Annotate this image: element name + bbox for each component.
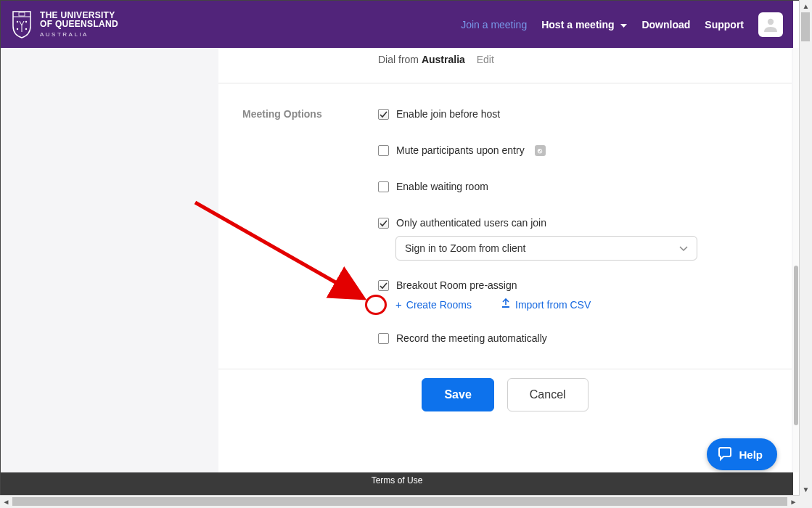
chat-icon — [717, 446, 733, 462]
avatar[interactable] — [758, 12, 783, 37]
uni-name-line2: OF QUEENSLAND — [40, 20, 118, 29]
auth-select-value: Sign in to Zoom from client — [405, 242, 526, 254]
crest-icon — [11, 10, 33, 39]
nav-host-label: Host a meeting — [541, 19, 614, 30]
svg-rect-6 — [502, 306, 509, 308]
scrollbar-thumb[interactable] — [794, 266, 798, 425]
svg-rect-0 — [19, 12, 25, 16]
scrollbar-corner — [800, 496, 812, 508]
person-icon — [762, 16, 779, 33]
section-divider-2 — [218, 369, 792, 369]
uq-logo[interactable]: THE UNIVERSITY OF QUEENSLAND AUSTRALIA — [11, 10, 118, 39]
help-button[interactable]: Help — [707, 438, 777, 470]
svg-point-5 — [768, 18, 774, 24]
app-header: THE UNIVERSITY OF QUEENSLAND AUSTRALIA J… — [1, 1, 793, 48]
nav-support[interactable]: Support — [705, 19, 744, 30]
footer-terms-link[interactable]: Terms of Use — [372, 475, 423, 486]
import-csv-label: Import from CSV — [515, 299, 591, 311]
section-heading: Meeting Options — [218, 108, 378, 369]
dial-edit-link[interactable]: Edit — [477, 54, 494, 65]
save-button[interactable]: Save — [422, 378, 493, 411]
label-breakout-preassign: Breakout Room pre-assign — [396, 279, 517, 291]
nav-join-meeting[interactable]: Join a meeting — [461, 19, 527, 30]
hscroll-thumb[interactable] — [12, 497, 787, 506]
dial-country: Australia — [422, 54, 465, 65]
label-join-before-host: Enable join before host — [396, 108, 500, 120]
label-waiting-room: Enable waiting room — [396, 181, 488, 192]
label-mute-on-entry: Mute participants upon entry — [396, 144, 525, 156]
checkbox-join-before-host[interactable] — [378, 109, 389, 120]
vscroll-thumb[interactable] — [801, 12, 810, 41]
checkbox-breakout-preassign[interactable] — [378, 280, 389, 291]
help-label: Help — [739, 448, 763, 461]
checkbox-mute-on-entry[interactable] — [378, 145, 389, 156]
svg-point-1 — [17, 20, 18, 22]
scroll-right-icon[interactable]: ► — [787, 496, 800, 508]
create-rooms-label: Create Rooms — [406, 299, 472, 311]
caret-down-icon — [620, 19, 627, 30]
sidebar-placeholder — [1, 48, 218, 472]
chevron-down-icon — [679, 242, 688, 254]
uni-name-line3: AUSTRALIA — [40, 32, 118, 38]
svg-point-4 — [25, 28, 27, 29]
scroll-up-icon[interactable]: ▲ — [800, 0, 812, 12]
window-vscrollbar[interactable]: ▲ ▼ — [799, 0, 812, 496]
checkbox-auth-users[interactable] — [378, 218, 389, 229]
label-auth-users: Only authenticated users can join — [396, 217, 546, 229]
info-icon[interactable]: ⎋ — [535, 145, 546, 156]
cancel-button[interactable]: Cancel — [507, 378, 589, 411]
scroll-left-icon[interactable]: ◄ — [0, 496, 12, 508]
content-scrollbar[interactable] — [793, 48, 799, 472]
footer: Terms of Use — [1, 472, 793, 495]
nav-host-meeting[interactable]: Host a meeting — [541, 19, 627, 30]
dial-from-row: Dial from Australia Edit — [218, 48, 792, 83]
create-rooms-link[interactable]: + Create Rooms — [395, 298, 472, 311]
label-record-auto: Record the meeting automatically — [396, 332, 547, 344]
upload-icon — [501, 298, 511, 311]
plus-icon: + — [395, 298, 402, 311]
dial-prefix: Dial from — [378, 54, 419, 65]
svg-point-2 — [25, 20, 27, 22]
svg-point-3 — [17, 28, 18, 29]
checkbox-waiting-room[interactable] — [378, 181, 389, 192]
auth-method-select[interactable]: Sign in to Zoom from client — [395, 236, 697, 261]
import-csv-link[interactable]: Import from CSV — [501, 298, 591, 311]
checkbox-record-auto[interactable] — [378, 333, 389, 344]
nav-download[interactable]: Download — [641, 19, 690, 30]
window-hscrollbar[interactable]: ◄ ► — [0, 495, 800, 508]
settings-panel: Dial from Australia Edit Meeting Options… — [218, 48, 792, 472]
scroll-down-icon[interactable]: ▼ — [800, 483, 812, 496]
